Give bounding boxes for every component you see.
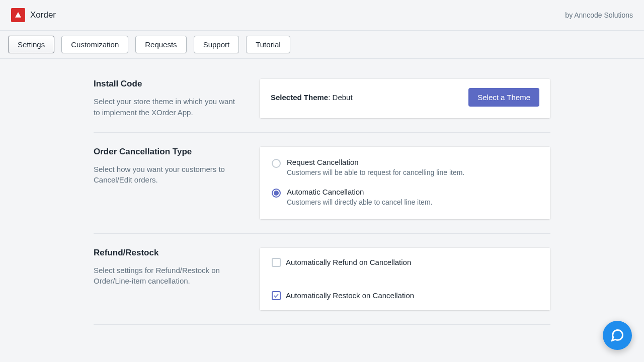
tab-bar: Settings Customization Requests Support …	[0, 31, 644, 59]
section-info: Refund/Restock Select settings for Refun…	[94, 248, 239, 310]
card-row: Selected Theme: Debut Select a Theme	[260, 79, 550, 116]
radio-label: Automatic Cancellation	[287, 188, 432, 196]
tab-settings[interactable]: Settings	[8, 36, 54, 53]
radio-label: Request Cancellation	[287, 158, 464, 166]
checkbox-label: Automatically Restock on Cancellation	[286, 291, 414, 300]
header-left: Xorder	[11, 8, 56, 22]
selected-theme-value: Debut	[333, 93, 353, 102]
section-title: Refund/Restock	[94, 248, 239, 258]
tab-requests[interactable]: Requests	[135, 36, 186, 53]
radio-automatic-cancellation[interactable]: Automatic Cancellation Customers will di…	[272, 188, 538, 206]
radio-request-cancellation[interactable]: Request Cancellation Customers will be a…	[272, 158, 538, 176]
radio-icon	[272, 159, 281, 168]
cancellation-card: Request Cancellation Customers will be a…	[260, 147, 550, 219]
checkbox-icon	[272, 258, 281, 267]
checkbox-auto-refund[interactable]: Automatically Refund on Cancellation	[272, 258, 411, 267]
select-theme-button[interactable]: Select a Theme	[468, 88, 539, 107]
install-code-card: Selected Theme: Debut Select a Theme	[260, 79, 550, 118]
section-title: Install Code	[94, 79, 239, 89]
section-refund-restock: Refund/Restock Select settings for Refun…	[94, 234, 550, 325]
checkbox-row: Automatically Refund on Cancellation Aut…	[260, 248, 550, 310]
checkbox-icon	[272, 291, 281, 300]
chat-fab[interactable]	[603, 321, 632, 350]
page-content: Install Code Select your store theme in …	[86, 59, 558, 362]
radio-icon	[272, 189, 281, 198]
selected-theme-text: Selected Theme: Debut	[271, 93, 353, 102]
section-cancellation-type: Order Cancellation Type Select how you w…	[94, 133, 550, 234]
section-desc: Select how you want your customers to Ca…	[94, 164, 239, 186]
section-desc: Select your store theme in which you wan…	[94, 96, 239, 118]
tab-support[interactable]: Support	[194, 36, 239, 53]
radio-desc: Customers will directly able to cancel l…	[287, 198, 432, 206]
section-desc: Select settings for Refund/Restock on Or…	[94, 265, 239, 287]
radio-desc: Customers will be able to request for ca…	[287, 168, 464, 176]
selected-theme-label: Selected Theme	[271, 93, 328, 102]
section-info: Order Cancellation Type Select how you w…	[94, 147, 239, 219]
chat-icon	[610, 328, 624, 342]
section-info: Install Code Select your store theme in …	[94, 79, 239, 118]
app-logo-icon	[11, 8, 25, 22]
radio-group: Request Cancellation Customers will be a…	[260, 147, 550, 219]
app-name: Xorder	[30, 10, 56, 20]
by-line: by Anncode Solutions	[565, 11, 633, 19]
tab-tutorial[interactable]: Tutorial	[246, 36, 290, 53]
section-install-code: Install Code Select your store theme in …	[94, 74, 550, 133]
tab-customization[interactable]: Customization	[61, 36, 128, 53]
checkbox-auto-restock[interactable]: Automatically Restock on Cancellation	[272, 291, 414, 300]
app-header: Xorder by Anncode Solutions	[0, 0, 644, 31]
refund-card: Automatically Refund on Cancellation Aut…	[260, 248, 550, 310]
section-title: Order Cancellation Type	[94, 147, 239, 157]
checkbox-label: Automatically Refund on Cancellation	[286, 258, 411, 266]
